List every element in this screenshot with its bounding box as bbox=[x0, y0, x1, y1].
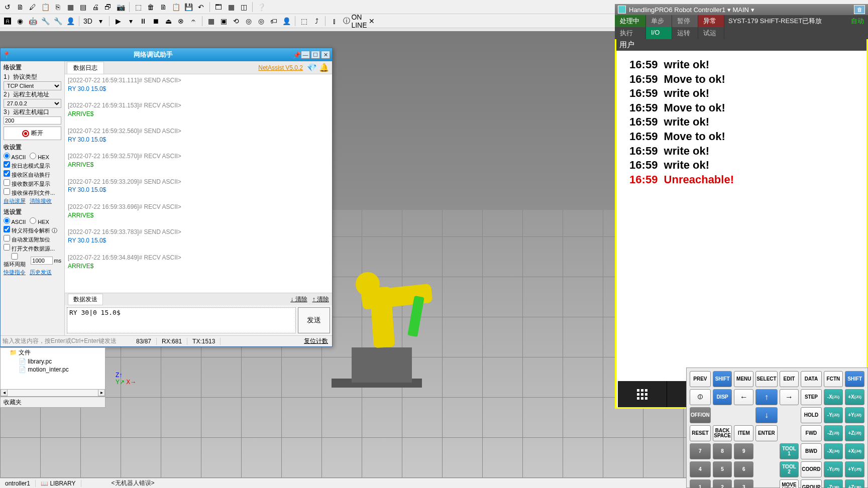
lnk-clearrecv[interactable]: 清除接收 bbox=[30, 197, 52, 205]
toolbar-button[interactable]: ↶ bbox=[195, 2, 206, 13]
toolbar-button[interactable]: ▣ bbox=[218, 16, 229, 27]
toolbar-button[interactable]: ⬚ bbox=[298, 16, 309, 27]
keypad-2[interactable]: 2 bbox=[713, 479, 732, 488]
send-hex-radio[interactable]: HEX bbox=[30, 217, 49, 225]
clear-down[interactable]: ↓ 清除 bbox=[290, 295, 307, 304]
status-reset[interactable]: 复位计数 bbox=[300, 337, 332, 345]
scrollbar[interactable] bbox=[8, 389, 98, 396]
keypad-7[interactable]: 7 bbox=[690, 443, 711, 459]
keypad--y-j2-[interactable]: -Y(J2) bbox=[824, 407, 843, 423]
toolbar-button[interactable]: ▾ bbox=[95, 16, 106, 27]
cycle-input[interactable] bbox=[31, 257, 53, 265]
robot-model[interactable] bbox=[321, 236, 452, 397]
keypad--y-j2-[interactable]: +Y(J2) bbox=[845, 407, 864, 423]
keypad-prev[interactable]: PREV bbox=[690, 371, 711, 387]
recv-ascii-radio[interactable]: ASCII bbox=[4, 153, 26, 160]
toolbar-button[interactable]: ▶ bbox=[113, 16, 124, 27]
keypad-menu[interactable]: MENU bbox=[734, 371, 753, 387]
chk-escape[interactable]: 转义符指令解析 ⓘ bbox=[4, 226, 61, 234]
keypad-shift[interactable]: SHIFT bbox=[713, 371, 732, 387]
toolbar-button[interactable]: ⟲ bbox=[231, 16, 242, 27]
disconnect-button[interactable]: 断开 bbox=[4, 127, 61, 140]
keypad--y-j5-[interactable]: +Y(J5) bbox=[845, 461, 864, 477]
port-input[interactable] bbox=[4, 116, 61, 125]
toolbar-button[interactable]: ⏸ bbox=[138, 16, 149, 27]
toolbar-button[interactable]: 👤 bbox=[65, 16, 76, 27]
keypad-9[interactable]: 9 bbox=[734, 443, 753, 459]
keypad-back-space[interactable]: BACK SPACE bbox=[713, 425, 732, 441]
toolbar-button[interactable]: 🗎 bbox=[158, 2, 169, 13]
file-tree[interactable]: 文件 library.pc motion_inter.pc ◂▸ bbox=[0, 347, 105, 397]
netassist-titlebar[interactable]: 📍 网络调试助手 📌 — ☐ ✕ bbox=[1, 48, 332, 61]
keypad-3[interactable]: 3 bbox=[734, 479, 753, 488]
lnk-shortcut[interactable]: 快捷指令 bbox=[4, 269, 26, 276]
keypad--x-j4-[interactable]: +X(J4) bbox=[845, 443, 864, 459]
tab-datasend[interactable]: 数据发送 bbox=[68, 294, 103, 305]
tp-close-button[interactable]: 🗑 bbox=[854, 5, 865, 14]
keypad-tool-2[interactable]: TOOL 2 bbox=[780, 461, 799, 477]
toolbar-button[interactable]: ⊗ bbox=[175, 16, 186, 27]
keypad-disp[interactable]: DISP bbox=[713, 389, 732, 405]
pin-icon[interactable]: 📍 bbox=[3, 51, 11, 59]
keypad-4[interactable]: 4 bbox=[690, 461, 711, 477]
gem-icon[interactable]: 💎 bbox=[307, 63, 317, 72]
toolbar-button[interactable]: ◉ bbox=[15, 16, 26, 27]
toolbar-button[interactable]: ⓘ bbox=[341, 16, 352, 27]
proto-select[interactable]: TCP Client bbox=[4, 81, 61, 90]
keypad-move-menu[interactable]: MOVE MENU bbox=[780, 479, 799, 488]
toolbar-button[interactable]: ⏏ bbox=[163, 16, 174, 27]
toolbar-button[interactable]: ⎘ bbox=[52, 2, 63, 13]
keypad-hold[interactable]: HOLD bbox=[801, 407, 821, 423]
toolbar-button[interactable]: ◫ bbox=[238, 2, 249, 13]
keypad-group[interactable]: GROUP bbox=[801, 479, 821, 488]
keypad-item[interactable]: ITEM bbox=[734, 425, 753, 441]
version-link[interactable]: NetAssist V5.0.2 bbox=[258, 64, 303, 71]
toolbar-button[interactable]: 🖨 bbox=[90, 2, 101, 13]
toolbar-button[interactable]: ◎ bbox=[256, 16, 267, 27]
keypad-fwd[interactable]: FWD bbox=[801, 425, 821, 441]
toolbar-button[interactable]: ↺ bbox=[2, 2, 13, 13]
toolbar-button[interactable]: 🤖 bbox=[27, 16, 38, 27]
keypad-off-on[interactable]: OFF/ON bbox=[690, 407, 711, 423]
keypad-1[interactable]: 1 bbox=[690, 479, 711, 488]
toolbar-button[interactable]: 🅰 bbox=[2, 16, 13, 27]
chk-cycle[interactable]: 循环周期 bbox=[4, 253, 30, 268]
fkey-menu[interactable] bbox=[618, 381, 667, 407]
toolbar-button[interactable]: 🗔 bbox=[213, 2, 224, 13]
chk-openfile[interactable]: 打开文件数据源... bbox=[4, 244, 61, 253]
scroll-right[interactable]: ▸ bbox=[98, 389, 105, 396]
host-select[interactable]: 27.0.0.2 bbox=[4, 99, 61, 108]
toolbar-button[interactable]: ▦ bbox=[226, 2, 237, 13]
keypad-enter[interactable]: ENTER bbox=[755, 425, 777, 441]
keypad--y-j5-[interactable]: -Y(J5) bbox=[824, 461, 843, 477]
toolbar-button[interactable]: 🖊 bbox=[27, 2, 38, 13]
keypad--x-j4-[interactable]: -X(J4) bbox=[824, 443, 843, 459]
keypad--[interactable]: ⓘ bbox=[690, 389, 711, 405]
recv-hex-radio[interactable]: HEX bbox=[30, 153, 49, 160]
lnk-history[interactable]: 历史发送 bbox=[30, 269, 52, 276]
toolbar-button[interactable]: ⫿ bbox=[329, 16, 340, 27]
file-item[interactable]: library.pc bbox=[1, 357, 105, 365]
chk-autoappend[interactable]: 自动发送附加位 bbox=[4, 235, 61, 243]
chk-hide[interactable]: 接收数据不显示 bbox=[4, 179, 61, 188]
max-button[interactable]: ☐ bbox=[311, 51, 320, 59]
keypad--x-j1-[interactable]: -X(J1) bbox=[824, 389, 843, 405]
file-item[interactable]: motion_inter.pc bbox=[1, 365, 105, 374]
toolbar-button[interactable]: 💾 bbox=[183, 2, 194, 13]
toolbar-button[interactable]: ▦ bbox=[205, 16, 216, 27]
keypad-select[interactable]: SELECT bbox=[755, 371, 777, 387]
toolbar-button[interactable]: 🔧 bbox=[40, 16, 51, 27]
toolbar-button[interactable]: ⬚ bbox=[133, 2, 144, 13]
toolbar-button[interactable]: 🔧 bbox=[52, 16, 63, 27]
toolbar-button[interactable]: 📋 bbox=[170, 2, 181, 13]
bottom-tab-controller[interactable]: ontroller1 bbox=[0, 480, 36, 487]
toolbar-button[interactable]: ▦ bbox=[65, 2, 76, 13]
chk-savefile[interactable]: 接收保存到文件... bbox=[4, 188, 61, 197]
pushpin-icon[interactable]: 📌 bbox=[293, 51, 301, 59]
min-button[interactable]: — bbox=[301, 51, 310, 59]
toolbar-button[interactable]: 📋 bbox=[40, 2, 51, 13]
tp-header[interactable]: HandlingPRO6 Robot Controller1 ▾ MAIN ▾ … bbox=[615, 4, 868, 15]
keypad-8[interactable]: 8 bbox=[713, 443, 732, 459]
lnk-autoscroll[interactable]: 自动滚屏 bbox=[4, 197, 26, 205]
send-ascii-radio[interactable]: ASCII bbox=[4, 217, 26, 225]
